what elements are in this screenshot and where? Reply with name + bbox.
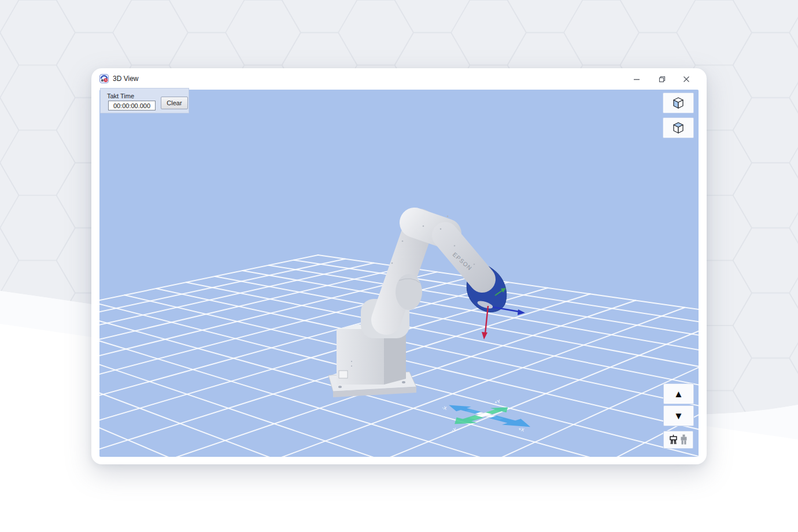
title-bar[interactable]: 3D View — [91, 68, 707, 90]
view-orientation-top-button[interactable] — [663, 117, 694, 138]
takt-time-panel: Takt Time Clear — [100, 88, 189, 113]
down-arrow-icon: ▼ — [674, 411, 684, 421]
cube-front-face-icon — [671, 96, 686, 110]
takt-time-label: Takt Time — [107, 93, 134, 99]
view-up-button[interactable]: ▲ — [663, 383, 694, 404]
up-arrow-icon: ▲ — [674, 389, 684, 399]
maximize-button[interactable] — [653, 74, 671, 84]
3d-scene: -X +Y -Y +X — [99, 90, 699, 457]
minimize-button[interactable] — [628, 74, 645, 84]
robot-elbow-motor — [396, 274, 422, 310]
close-button[interactable] — [678, 74, 695, 84]
tool-display-toggle-button[interactable] — [663, 431, 693, 449]
robot-base-label-plate — [339, 371, 348, 378]
floor-jog-markers: -X +Y -Y +X — [419, 398, 553, 437]
gripper-gray-icon — [680, 434, 688, 445]
jog-label-plus-y: +Y — [494, 398, 501, 405]
cube-top-face-icon — [671, 121, 686, 135]
takt-time-input[interactable] — [108, 101, 156, 110]
desktop-background: 3D View Takt Time Clear — [0, 0, 798, 532]
clear-button[interactable]: Clear — [161, 97, 188, 109]
robot-forearm — [445, 235, 482, 279]
minimize-icon — [633, 76, 640, 83]
jog-label-minus-x: -X — [442, 405, 448, 411]
view-down-button[interactable]: ▼ — [663, 405, 694, 426]
3d-viewport-canvas[interactable]: -X +Y -Y +X — [99, 90, 699, 457]
view-orientation-front-button[interactable] — [663, 93, 694, 113]
3d-view-window: 3D View Takt Time Clear — [91, 68, 707, 464]
window-title: 3D View — [113, 75, 138, 83]
3d-view-app-icon — [99, 74, 109, 83]
gripper-dark-icon — [669, 434, 678, 445]
close-icon — [683, 76, 690, 83]
restore-icon — [659, 76, 666, 83]
jog-label-plus-x: +X — [518, 426, 526, 433]
jog-label-minus-y: -Y — [451, 427, 457, 433]
